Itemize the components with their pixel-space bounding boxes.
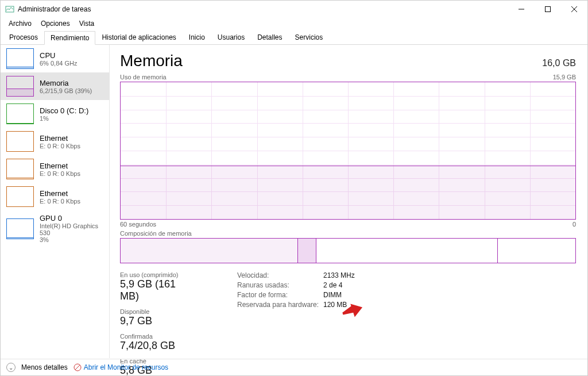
sidebar-item-label: Ethernet [40, 162, 80, 170]
arrow-annotation-icon [342, 304, 365, 321]
maximize-button[interactable] [535, 1, 561, 18]
footer: ⌄ Menos detalles Abrir el Monitor de rec… [1, 359, 587, 375]
svg-line-7 [75, 365, 80, 370]
sidebar-item-cpu[interactable]: CPU6% 0,84 GHz [1, 45, 109, 72]
cpu-mini-chart [6, 48, 34, 69]
tabs: Procesos Rendimiento Historial de aplica… [1, 30, 587, 45]
stat-en-uso-value: 5,9 GB (161 MB) [120, 278, 183, 302]
tab-rendimiento[interactable]: Rendimiento [44, 31, 95, 45]
ethernet-mini-chart [6, 186, 34, 207]
memory-usage-chart[interactable] [120, 82, 576, 220]
tab-procesos[interactable]: Procesos [3, 30, 44, 44]
window-title: Administrador de tareas [18, 5, 508, 13]
svg-marker-5 [342, 304, 365, 320]
stat-confirmada-value: 7,4/20,8 GB [120, 340, 183, 352]
sidebar: CPU6% 0,84 GHz Memoria6,2/15,9 GB (39%) … [1, 45, 110, 358]
menubar: Archivo Opciones Vista [1, 18, 587, 29]
composition-label: Composición de memoria [120, 230, 576, 237]
open-resource-monitor-link[interactable]: Abrir el Monitor de recursos [74, 363, 168, 371]
sidebar-item-ethernet-3[interactable]: EthernetE: 0 R: 0 Kbps [1, 183, 109, 210]
main-panel: Memoria 16,0 GB Uso de memoria 15,9 GB 6… [110, 45, 587, 358]
sidebar-item-gpu[interactable]: GPU 0Intel(R) HD Graphics 530 3% [1, 210, 109, 247]
sidebar-item-label: Memoria [40, 79, 92, 87]
sidebar-item-ethernet-2[interactable]: EthernetE: 0 R: 0 Kbps [1, 155, 109, 183]
memory-mini-chart [6, 76, 34, 97]
usage-max: 15,9 GB [553, 74, 576, 80]
sidebar-item-disco[interactable]: Disco 0 (C: D:)1% [1, 100, 109, 128]
tab-inicio[interactable]: Inicio [183, 30, 211, 44]
sidebar-item-label: Ethernet [40, 134, 80, 143]
stat-confirmada-label: Confirmada [120, 333, 183, 340]
detail-reservada-key: Reservada para hardware: [237, 301, 323, 309]
detail-factor-key: Factor de forma: [237, 291, 323, 299]
detail-velocidad-key: Velocidad: [237, 271, 323, 279]
sidebar-item-ethernet-1[interactable]: EthernetE: 0 R: 0 Kbps [1, 128, 109, 155]
minimize-button[interactable] [508, 1, 535, 18]
disk-mini-chart [6, 103, 34, 124]
detail-velocidad-value: 2133 MHz [323, 271, 355, 279]
app-icon [5, 5, 14, 14]
ethernet-mini-chart [6, 131, 34, 152]
menu-file[interactable]: Archivo [4, 18, 36, 29]
chevron-down-icon[interactable]: ⌄ [6, 363, 16, 372]
menu-view[interactable]: Vista [75, 18, 99, 29]
sidebar-item-label: CPU [40, 51, 77, 60]
tab-historial[interactable]: Historial de aplicaciones [95, 30, 182, 44]
close-button[interactable] [561, 1, 587, 18]
gpu-mini-chart [6, 218, 34, 239]
sidebar-item-label: GPU 0 [40, 214, 103, 222]
detail-ranuras-value: 2 de 4 [323, 281, 342, 289]
detail-factor-value: DIMM [323, 291, 342, 299]
stat-disponible-label: Disponible [120, 308, 152, 315]
detail-ranuras-key: Ranuras usadas: [237, 281, 323, 289]
axis-right: 0 [572, 221, 576, 228]
fewer-details-link[interactable]: Menos detalles [21, 363, 68, 371]
stat-disponible-value: 9,7 GB [120, 315, 152, 327]
sidebar-item-label: Ethernet [40, 189, 80, 198]
monitor-icon [74, 363, 82, 371]
sidebar-item-label: Disco 0 (C: D:) [40, 106, 88, 115]
menu-options[interactable]: Opciones [36, 18, 75, 29]
page-title: Memoria [120, 52, 183, 70]
stat-en-uso-label: En uso (comprimido) [120, 271, 183, 278]
svg-rect-2 [546, 7, 551, 12]
tab-detalles[interactable]: Detalles [251, 30, 288, 44]
tab-usuarios[interactable]: Usuarios [211, 30, 251, 44]
sidebar-item-memoria[interactable]: Memoria6,2/15,9 GB (39%) [1, 72, 109, 100]
titlebar: Administrador de tareas [1, 1, 587, 18]
ethernet-mini-chart [6, 159, 34, 179]
axis-left: 60 segundos [120, 221, 156, 228]
usage-label: Uso de memoria [120, 74, 167, 80]
tab-servicios[interactable]: Servicios [289, 30, 330, 44]
memory-total: 16,0 GB [542, 58, 576, 68]
memory-composition-chart[interactable] [120, 238, 576, 263]
